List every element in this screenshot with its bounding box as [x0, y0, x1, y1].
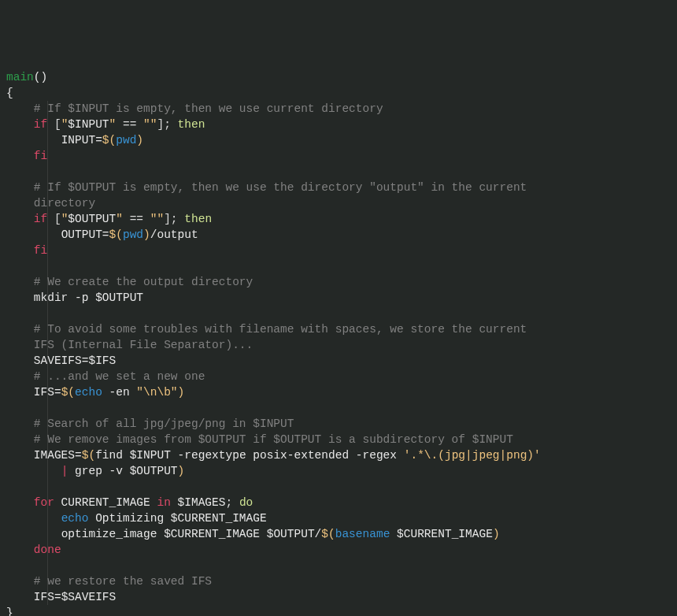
code-block: main(){ # If $INPUT is empty, then we us… [6, 69, 671, 616]
var: $INPUT [130, 449, 171, 462]
kw-if: if [34, 213, 47, 225]
echo-args: -en [102, 386, 137, 399]
sp [541, 449, 548, 462]
comment: IFS (Internal File Separator)... [34, 339, 253, 351]
comment: directory [34, 197, 95, 210]
var: $CURRENT_IMAGE [171, 512, 267, 525]
var: $SAVEIFS [61, 591, 117, 603]
cmd-echo: echo [75, 386, 102, 399]
comment: # we restore the saved IFS [34, 575, 212, 588]
dq-empty: "" [150, 213, 164, 225]
kw-in: in [157, 496, 170, 509]
var: $IFS [88, 354, 116, 367]
var: $CURRENT_IMAGE [164, 528, 260, 540]
comment: # If $OUTPUT is empty, then we use the d… [34, 181, 534, 194]
paren: () [34, 71, 47, 83]
subsh-close: ) [178, 386, 185, 399]
path-tail: /output [150, 228, 198, 241]
assign: INPUT= [61, 134, 102, 147]
subsh-open: $( [61, 386, 75, 399]
assign: OUTPUT= [61, 228, 109, 241]
grep-args: -v [102, 465, 130, 477]
comment: # Search of all jpg/jpeg/png in $INPUT [34, 417, 294, 430]
comment: # ...and we set a new one [34, 370, 205, 383]
cmd-basename: basename [335, 528, 390, 540]
var: $IMAGES [171, 496, 226, 509]
dq: " [109, 118, 117, 131]
kw-then: then [178, 118, 205, 131]
brace-close: } [6, 607, 13, 616]
kw-do: do [239, 496, 253, 509]
semi: ; [225, 496, 239, 509]
subsh-open: $( [321, 528, 335, 540]
slash: / [315, 528, 322, 540]
assign: IMAGES= [34, 449, 82, 462]
comment: # If $INPUT is empty, then we use curren… [34, 102, 383, 115]
sq-regex: '.*\.(jpg|jpeg|png)' [404, 449, 541, 462]
sp [390, 528, 397, 540]
comment: # We remove images from $OUTPUT if $OUTP… [34, 433, 513, 446]
fn-main: main [6, 71, 34, 83]
assign: SAVEIFS= [34, 354, 89, 367]
sp [123, 449, 130, 462]
dq-string: "\n\b" [136, 386, 177, 399]
cmd-grep: grep [75, 465, 102, 477]
op: == [123, 213, 150, 225]
subsh-open: $( [109, 228, 123, 241]
comment: # We create the output directory [34, 276, 253, 288]
kw-fi: fi [34, 244, 47, 257]
cmd-pwd: pwd [123, 228, 143, 241]
var: $INPUT [68, 118, 109, 131]
fn-call: optimize_image [61, 528, 165, 540]
bracket: [ [47, 213, 61, 225]
sp [260, 528, 267, 540]
var: $CURRENT_IMAGE [397, 528, 493, 540]
var: $OUTPUT [68, 213, 116, 225]
cmd-mkdir: mkdir -p [34, 291, 95, 304]
subsh-close: ) [178, 465, 185, 477]
sp [68, 465, 75, 477]
var: $OUTPUT [267, 528, 315, 540]
kw-fi: fi [34, 150, 47, 162]
subsh-open: $( [82, 449, 95, 462]
subsh-close: ) [143, 228, 150, 241]
bracket-close: ]; [164, 213, 184, 225]
cmd-echo: echo [61, 512, 89, 525]
cmd-find: find [95, 449, 123, 462]
kw-if: if [34, 118, 47, 131]
brace-open: { [6, 87, 13, 99]
var: $OUTPUT [130, 465, 178, 477]
bracket-close: ]; [157, 118, 177, 131]
dq-empty: "" [143, 118, 157, 131]
op: == [116, 118, 143, 131]
subsh-close: ) [136, 134, 143, 147]
find-args: -regextype posix-extended -regex [171, 449, 404, 462]
dq: " [116, 213, 123, 225]
comment: # To avoid some troubles with filename w… [34, 323, 534, 336]
bracket: [ [47, 118, 61, 131]
kw-then: then [184, 213, 212, 225]
cmd-pwd: pwd [116, 134, 136, 147]
kw-for: for [34, 496, 54, 509]
subsh-open: $( [102, 134, 116, 147]
var: $OUTPUT [95, 291, 143, 304]
loop-var: CURRENT_IMAGE [54, 496, 157, 509]
echo-text: Optimizing [88, 512, 170, 525]
subsh-close: ) [493, 528, 500, 540]
